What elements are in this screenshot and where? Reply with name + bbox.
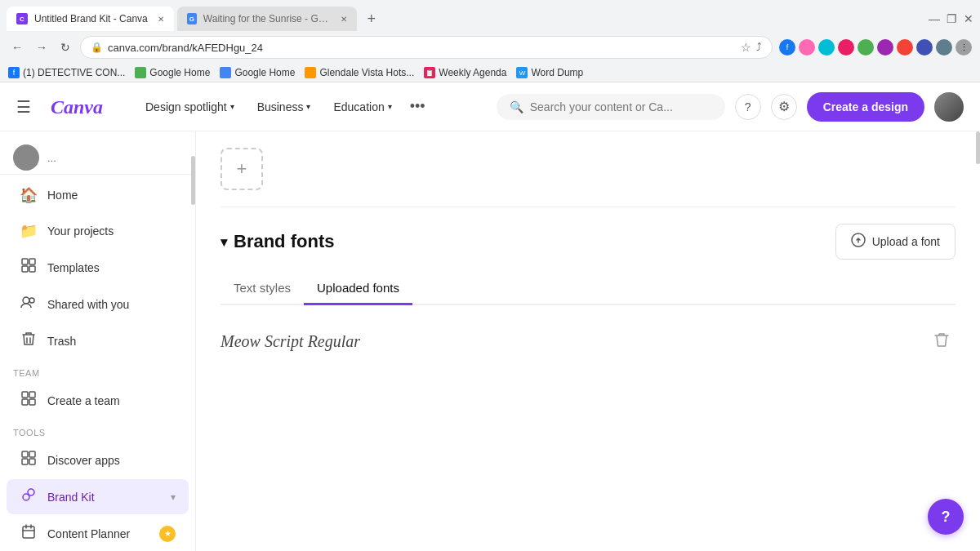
uploaded-fonts-label: Uploaded fonts — [317, 281, 399, 295]
bookmark-ghome1-label: Google Home — [149, 67, 210, 78]
hamburger-menu[interactable]: ☰ — [16, 97, 31, 117]
share-icon[interactable]: ⤴ — [756, 41, 762, 54]
main-body: ... 🏠 Home 📁 Your projects Templates — [0, 131, 980, 551]
bookmark-agenda[interactable]: 📋 Weekly Agenda — [424, 67, 506, 78]
sidebar-item-discover-apps[interactable]: Discover apps — [7, 442, 189, 478]
svg-point-5 — [23, 297, 29, 304]
canva-app: ☰ Canva Design spotlight ▾ Business ▾ Ed… — [0, 82, 980, 551]
text-styles-label: Text styles — [234, 281, 291, 295]
search-icon: 🔍 — [510, 100, 523, 113]
tab-favicon-google: G — [187, 13, 197, 24]
svg-rect-9 — [22, 399, 28, 405]
font-list: Meow Script Regular — [220, 322, 956, 362]
nav-design-spotlight[interactable]: Design spotlight ▾ — [136, 96, 244, 118]
ext2-icon[interactable] — [818, 39, 835, 56]
nav-education[interactable]: Education ▾ — [323, 96, 401, 118]
browser-toolbar-icons: f ⋮ — [779, 39, 972, 56]
sidebar-item-content-planner[interactable]: Content Planner ★ — [7, 516, 189, 551]
tab-active[interactable]: C Untitled Brand Kit - Canva ✕ — [7, 7, 174, 31]
sidebar-item-templates[interactable]: Templates — [7, 250, 189, 285]
ext9-icon[interactable]: ⋮ — [956, 39, 972, 56]
sidebar-item-create-team[interactable]: Create a team — [7, 383, 189, 418]
svg-rect-7 — [22, 392, 28, 398]
ext6-icon[interactable] — [897, 39, 913, 56]
nav-business[interactable]: Business ▾ — [247, 96, 321, 118]
canva-logo[interactable]: Canva — [51, 96, 116, 118]
sidebar-discover-label: Discover apps — [47, 454, 120, 467]
back-button[interactable]: ← — [8, 38, 26, 57]
address-bar-row: ← → ↻ 🔒 canva.com/brand/kAFEDHgu_24 ☆ ⤴ … — [0, 31, 980, 64]
sidebar-tools-section: Tools — [0, 421, 195, 441]
create-team-icon — [20, 391, 38, 410]
home-icon: 🏠 — [20, 186, 38, 204]
bookmark-fb-favicon: f — [8, 67, 20, 78]
font-delete-button[interactable] — [928, 328, 956, 355]
bookmarks-bar: f (1) DETECTIVE CON... Google Home Googl… — [0, 64, 980, 82]
svg-rect-4 — [29, 266, 35, 272]
sidebar-item-trash[interactable]: Trash — [7, 323, 189, 358]
svg-point-6 — [29, 298, 34, 303]
sidebar-brand-kit-label: Brand Kit — [47, 491, 95, 504]
canva-logo-svg: Canva — [51, 96, 116, 118]
ext5-icon[interactable] — [877, 39, 893, 56]
bookmark-ghome1[interactable]: Google Home — [135, 67, 210, 78]
brand-fonts-title[interactable]: ▾ Brand fonts — [220, 231, 334, 252]
nav-business-label: Business — [257, 100, 304, 113]
minimize-button[interactable]: — — [929, 12, 940, 25]
svg-rect-11 — [22, 451, 28, 457]
bookmark-word[interactable]: W Word Dump — [516, 67, 583, 78]
section-divider — [220, 207, 956, 207]
bookmark-agenda-label: Weekly Agenda — [439, 67, 506, 78]
sidebar-item-shared-with-you[interactable]: Shared with you — [7, 287, 189, 322]
ext7-icon[interactable] — [916, 39, 933, 56]
sidebar-item-your-projects[interactable]: 📁 Your projects — [7, 214, 189, 248]
main-content: + ▾ Brand fonts Upload a font — [196, 131, 980, 551]
sidebar-item-home[interactable]: 🏠 Home — [7, 178, 189, 212]
settings-button[interactable]: ⚙ — [771, 94, 797, 120]
nav-more-button[interactable]: ••• — [405, 93, 430, 120]
tab-inactive[interactable]: G Waiting for the Sunrise - Google... ✕ — [177, 7, 357, 31]
create-design-button[interactable]: Create a design — [807, 92, 924, 122]
content-scrollbar-thumb — [976, 131, 980, 164]
address-bar[interactable]: 🔒 canva.com/brand/kAFEDHgu_24 ☆ ⤴ — [80, 36, 773, 59]
tab-close-active[interactable]: ✕ — [158, 15, 164, 24]
fb-ext-icon[interactable]: f — [779, 39, 795, 56]
brand-kit-icon — [20, 487, 38, 506]
bookmark-star-icon[interactable]: ☆ — [741, 41, 751, 54]
ext4-icon[interactable] — [858, 39, 874, 56]
tab-uploaded-fonts[interactable]: Uploaded fonts — [304, 273, 412, 305]
sidebar-shared-label: Shared with you — [47, 298, 129, 311]
settings-icon: ⚙ — [778, 99, 790, 114]
upload-font-button[interactable]: Upload a font — [835, 224, 956, 260]
reload-button[interactable]: ↻ — [57, 38, 74, 57]
floating-help-button[interactable]: ? — [928, 499, 964, 535]
tab-text-styles[interactable]: Text styles — [220, 273, 304, 305]
ext1-icon[interactable] — [799, 39, 815, 56]
content-planner-badge: ★ — [159, 526, 176, 542]
bookmark-fb[interactable]: f (1) DETECTIVE CON... — [8, 67, 125, 78]
close-button[interactable]: ✕ — [964, 12, 973, 25]
bookmark-ghome2[interactable]: Google Home — [220, 67, 295, 78]
svg-rect-3 — [22, 266, 28, 272]
forward-button[interactable]: → — [33, 38, 51, 57]
user-avatar[interactable] — [934, 92, 964, 122]
add-color-button[interactable]: + — [220, 148, 263, 190]
ext3-icon[interactable] — [838, 39, 854, 56]
font-tabs: Text styles Uploaded fonts — [220, 273, 956, 305]
bookmark-agenda-favicon: 📋 — [424, 67, 435, 78]
svg-rect-1 — [22, 259, 28, 264]
search-bar[interactable]: 🔍 — [497, 94, 725, 120]
search-input[interactable] — [530, 100, 712, 113]
content-scrollbar-track — [976, 131, 980, 551]
ext8-icon[interactable] — [936, 39, 952, 56]
sidebar-avatar — [13, 144, 39, 171]
nav-design-label: Design spotlight — [145, 100, 227, 113]
new-tab-button[interactable]: + — [360, 7, 383, 30]
upload-font-label: Upload a font — [872, 235, 940, 248]
help-button[interactable]: ? — [735, 94, 761, 120]
maximize-button[interactable]: ❐ — [947, 12, 957, 25]
bookmark-glendale[interactable]: Glendale Vista Hots... — [305, 67, 414, 78]
tab-close-inactive[interactable]: ✕ — [341, 15, 347, 24]
sidebar-item-brand-kit[interactable]: Brand Kit ▾ — [7, 479, 189, 514]
add-color-area: + — [196, 131, 980, 198]
